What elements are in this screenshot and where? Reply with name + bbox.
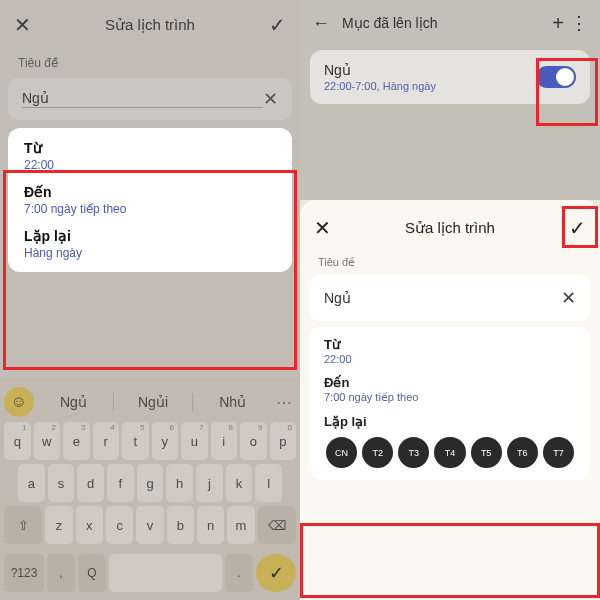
lang-key[interactable]: Q [78, 554, 106, 592]
edit-sheet: ✕ Sửa lịch trình ✓ Tiêu đề Ngủ ✕ Từ 22:0… [300, 200, 600, 600]
from-value: 22:00 [324, 353, 576, 365]
clear-icon[interactable]: ✕ [561, 287, 576, 309]
clear-icon[interactable]: ✕ [263, 88, 278, 110]
key[interactable]: j [196, 464, 223, 502]
sheet-title: Sửa lịch trình [342, 219, 558, 237]
schedule-settings-card: Từ 22:00 Đến 7:00 ngày tiếp theo Lặp lại… [8, 128, 292, 272]
day-chip[interactable]: T2 [362, 437, 393, 468]
shift-key[interactable]: ⇧ [4, 506, 42, 544]
repeat-field[interactable]: Lặp lại Hàng ngày [24, 228, 276, 260]
from-field[interactable]: Từ 22:00 [324, 337, 576, 365]
key[interactable]: l [255, 464, 282, 502]
sheet-title: Sửa lịch trình [42, 16, 258, 34]
top-nav: ← Mục đã lên lịch + ⋮ [300, 0, 600, 46]
sheet-header: ✕ Sửa lịch trình ✓ [0, 0, 300, 50]
key[interactable]: d [77, 464, 104, 502]
key[interactable]: e3 [63, 422, 90, 460]
key[interactable]: u7 [181, 422, 208, 460]
to-label: Đến [24, 184, 276, 200]
confirm-icon[interactable]: ✓ [558, 216, 586, 240]
key[interactable]: b [167, 506, 194, 544]
add-icon[interactable]: + [546, 12, 570, 35]
key[interactable]: s [48, 464, 75, 502]
suggestion[interactable]: Nhủ [197, 394, 268, 410]
item-subtitle: 22:00-7:00, Hàng ngày [324, 80, 536, 92]
day-chip[interactable]: T6 [507, 437, 538, 468]
more-suggestions-icon[interactable]: ⋯ [272, 393, 296, 412]
space-key[interactable] [109, 554, 222, 592]
from-label: Từ [24, 140, 276, 156]
key[interactable]: q1 [4, 422, 31, 460]
key[interactable]: i8 [211, 422, 238, 460]
key[interactable]: k [226, 464, 253, 502]
title-input[interactable]: Ngủ [324, 290, 561, 306]
key[interactable]: y6 [152, 422, 179, 460]
keyboard: ☺ Ngủ Ngủi Nhủ ⋯ q1w2e3r4t5y6u7i8o9p0 as… [0, 378, 300, 600]
close-icon[interactable]: ✕ [14, 13, 42, 37]
scheduled-list-screen: ← Mục đã lên lịch + ⋮ Ngủ 22:00-7:00, Hà… [300, 0, 600, 200]
to-value: 7:00 ngày tiếp theo [24, 202, 276, 216]
to-field[interactable]: Đến 7:00 ngày tiếp theo [24, 184, 276, 216]
title-input-row[interactable]: Ngủ ✕ [310, 275, 590, 321]
key[interactable]: x [76, 506, 103, 544]
day-chip[interactable]: T5 [471, 437, 502, 468]
title-input[interactable]: Ngủ [22, 90, 263, 108]
key[interactable]: g [137, 464, 164, 502]
field-caption: Tiêu đề [0, 50, 300, 74]
from-field[interactable]: Từ 22:00 [24, 140, 276, 172]
schedule-list-item[interactable]: Ngủ 22:00-7:00, Hàng ngày [310, 50, 590, 104]
day-selector: CNT2T3T4T5T6T7 [324, 437, 576, 468]
repeat-value: Hàng ngày [24, 246, 276, 260]
to-value: 7:00 ngày tiếp theo [324, 391, 576, 404]
suggestion-bar: ☺ Ngủ Ngủi Nhủ ⋯ [0, 384, 300, 420]
repeat-label: Lặp lại [324, 414, 576, 429]
backspace-key[interactable]: ⌫ [258, 506, 296, 544]
suggestion[interactable]: Ngủi [118, 394, 189, 410]
repeat-label: Lặp lại [24, 228, 276, 244]
day-chip[interactable]: T4 [434, 437, 465, 468]
period-key[interactable]: . [225, 554, 253, 592]
key[interactable]: z [45, 506, 72, 544]
back-icon[interactable]: ← [312, 13, 336, 34]
left-screenshot: ✕ Sửa lịch trình ✓ Tiêu đề Ngủ ✕ Từ 22:0… [0, 0, 300, 600]
schedule-toggle[interactable] [536, 66, 576, 88]
schedule-settings-card: Từ 22:00 Đến 7:00 ngày tiếp theo Lặp lại… [310, 327, 590, 480]
from-label: Từ [324, 337, 576, 352]
repeat-field[interactable]: Lặp lại [324, 414, 576, 429]
keyboard-rows: q1w2e3r4t5y6u7i8o9p0 asdfghjkl ⇧zxcvbnm⌫ [0, 420, 300, 554]
key[interactable]: m [227, 506, 254, 544]
key[interactable]: r4 [93, 422, 120, 460]
confirm-icon[interactable]: ✓ [258, 13, 286, 37]
key[interactable]: a [18, 464, 45, 502]
screen-title: Mục đã lên lịch [336, 15, 546, 31]
enter-key[interactable]: ✓ [256, 554, 296, 592]
key[interactable]: w2 [34, 422, 61, 460]
key[interactable]: v [136, 506, 163, 544]
comma-key[interactable]: , [47, 554, 75, 592]
item-title: Ngủ [324, 62, 536, 78]
emoji-icon[interactable]: ☺ [4, 387, 34, 417]
key[interactable]: h [166, 464, 193, 502]
day-chip[interactable]: CN [326, 437, 357, 468]
suggestion[interactable]: Ngủ [38, 394, 109, 410]
right-screenshot: ← Mục đã lên lịch + ⋮ Ngủ 22:00-7:00, Hà… [300, 0, 600, 600]
field-caption: Tiêu đề [300, 250, 600, 271]
day-chip[interactable]: T3 [398, 437, 429, 468]
to-field[interactable]: Đến 7:00 ngày tiếp theo [324, 375, 576, 404]
key[interactable]: p0 [270, 422, 297, 460]
sheet-header: ✕ Sửa lịch trình ✓ [300, 200, 600, 250]
more-icon[interactable]: ⋮ [570, 12, 588, 34]
numeric-key[interactable]: ?123 [4, 554, 44, 592]
day-chip[interactable]: T7 [543, 437, 574, 468]
key[interactable]: c [106, 506, 133, 544]
key[interactable]: f [107, 464, 134, 502]
from-value: 22:00 [24, 158, 276, 172]
key[interactable]: o9 [240, 422, 267, 460]
title-input-row[interactable]: Ngủ ✕ [8, 78, 292, 120]
close-icon[interactable]: ✕ [314, 216, 342, 240]
to-label: Đến [324, 375, 576, 390]
key[interactable]: n [197, 506, 224, 544]
key[interactable]: t5 [122, 422, 149, 460]
